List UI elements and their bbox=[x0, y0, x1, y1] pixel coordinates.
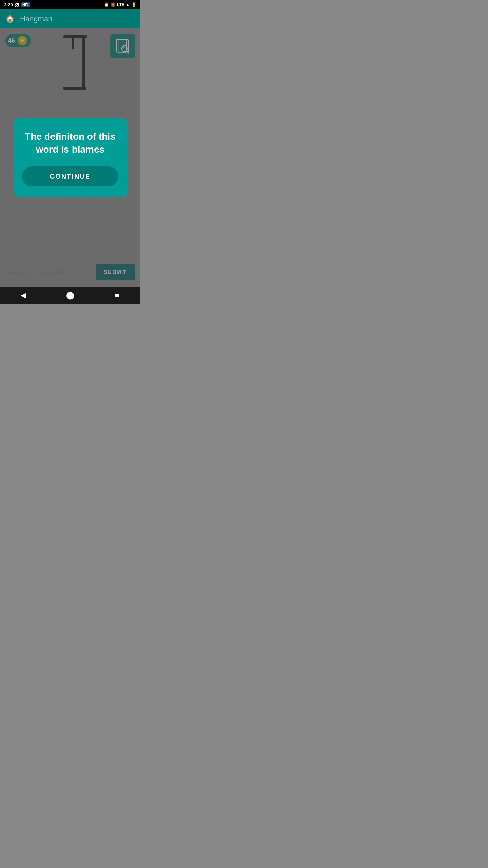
app-bar: 🏠 Hangman bbox=[0, 9, 140, 28]
app-title: Hangman bbox=[20, 15, 52, 23]
modal-dialog: The definiton of this word is blames CON… bbox=[13, 118, 128, 198]
home-icon[interactable]: 🏠 bbox=[5, 15, 15, 23]
status-bar: 3:20 🖼 NFL ⏰ 🔕 LTE ▲ 🔋 bbox=[0, 0, 140, 9]
recents-icon: ■ bbox=[115, 291, 119, 300]
bottom-nav: ◀ ⬤ ■ bbox=[0, 287, 140, 304]
nav-home-button[interactable]: ⬤ bbox=[60, 289, 80, 302]
main-content: 46 ★ SUBM bbox=[0, 28, 140, 287]
battery-icon: 🔋 bbox=[131, 2, 136, 7]
status-right: ⏰ 🔕 LTE ▲ 🔋 bbox=[104, 2, 136, 7]
modal-message: The definiton of this word is blames bbox=[22, 130, 118, 156]
status-left: 3:20 🖼 NFL bbox=[4, 2, 30, 7]
nav-back-button[interactable]: ◀ bbox=[13, 289, 34, 302]
back-icon: ◀ bbox=[21, 291, 26, 300]
signal-bars-icon: ▲ bbox=[126, 2, 130, 7]
signal-label: LTE bbox=[117, 2, 124, 7]
nav-recents-button[interactable]: ■ bbox=[107, 289, 127, 302]
time-display: 3:20 bbox=[4, 2, 13, 7]
nav-home-icon: ⬤ bbox=[66, 291, 75, 300]
modal-overlay: The definiton of this word is blames CON… bbox=[0, 28, 140, 287]
gallery-icon: 🖼 bbox=[15, 2, 19, 7]
mute-icon: 🔕 bbox=[110, 2, 116, 7]
alarm-icon: ⏰ bbox=[104, 2, 109, 7]
nfl-icon: NFL bbox=[21, 2, 30, 7]
continue-button[interactable]: CONTINUE bbox=[22, 166, 118, 186]
